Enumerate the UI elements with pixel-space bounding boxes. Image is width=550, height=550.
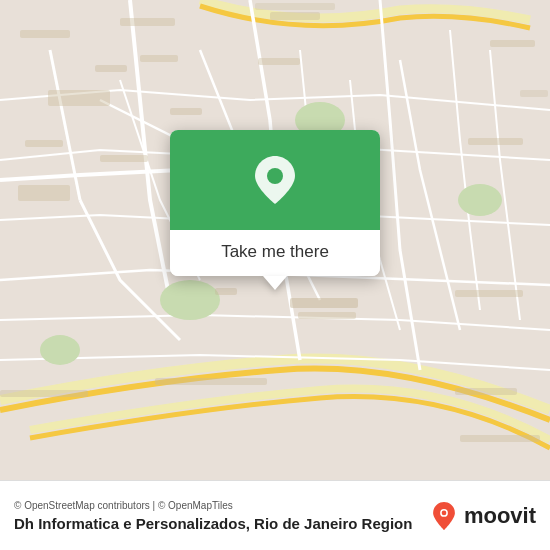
svg-rect-22: [298, 312, 356, 319]
popup-tail: [263, 276, 287, 290]
bottom-info: © OpenStreetMap contributors | © OpenMap…: [14, 500, 430, 532]
svg-rect-5: [20, 30, 70, 38]
map-container[interactable]: Take me there: [0, 0, 550, 480]
svg-rect-18: [490, 40, 535, 47]
svg-rect-25: [455, 388, 517, 395]
moovit-logo: moovit: [430, 502, 536, 530]
popup-green-section: [170, 130, 380, 230]
svg-rect-26: [460, 435, 540, 442]
popup-card: Take me there: [170, 130, 380, 276]
location-title: Dh Informatica e Personalizados, Rio de …: [14, 515, 430, 532]
svg-rect-16: [18, 185, 70, 201]
svg-rect-10: [140, 55, 178, 62]
svg-rect-11: [258, 58, 300, 65]
location-pin-icon: [255, 156, 295, 204]
svg-point-30: [442, 510, 447, 515]
svg-rect-20: [455, 290, 523, 297]
svg-point-28: [267, 168, 283, 184]
svg-rect-6: [120, 18, 175, 26]
svg-point-1: [160, 280, 220, 320]
svg-rect-9: [95, 65, 127, 72]
svg-rect-15: [100, 155, 148, 162]
copyright-text: © OpenStreetMap contributors | © OpenMap…: [14, 500, 430, 511]
svg-rect-23: [0, 390, 88, 397]
svg-rect-14: [25, 140, 63, 147]
moovit-pin-icon: [430, 502, 458, 530]
svg-point-4: [458, 184, 502, 216]
svg-rect-17: [468, 138, 523, 145]
svg-rect-19: [520, 90, 548, 97]
svg-rect-13: [170, 108, 202, 115]
svg-point-3: [40, 335, 80, 365]
take-me-there-button[interactable]: Take me there: [221, 242, 329, 262]
svg-rect-7: [270, 12, 320, 20]
svg-rect-12: [48, 90, 110, 106]
svg-rect-24: [155, 378, 267, 385]
svg-rect-21: [290, 298, 358, 308]
svg-rect-27: [215, 288, 237, 295]
popup-button-section: Take me there: [170, 230, 380, 276]
bottom-bar: © OpenStreetMap contributors | © OpenMap…: [0, 480, 550, 550]
popup-card-inner: Take me there: [170, 130, 380, 276]
svg-rect-8: [255, 3, 335, 10]
moovit-brand-text: moovit: [464, 503, 536, 529]
